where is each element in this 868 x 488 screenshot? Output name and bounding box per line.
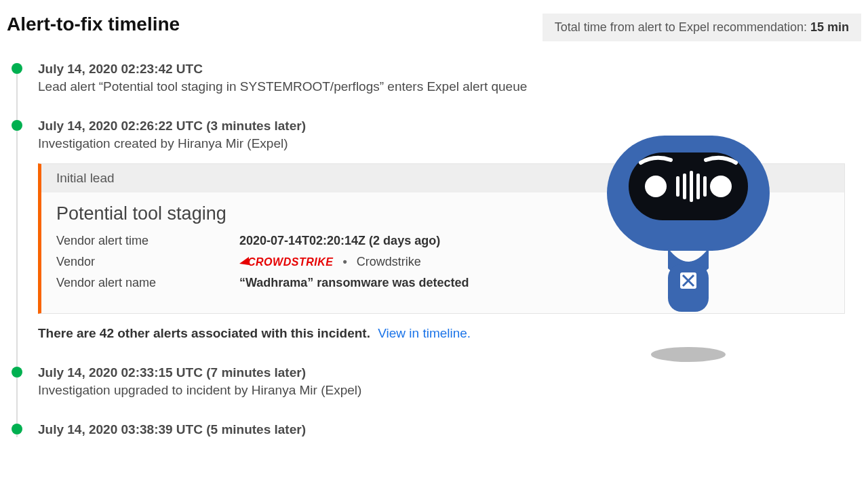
robot-mascot-icon: [600, 129, 776, 375]
timeline-timestamp: July 14, 2020 03:38:39 UTC (5 minutes la…: [38, 422, 868, 437]
svg-rect-5: [683, 174, 686, 199]
kv-value: “Wadhrama” ransomware was detected: [239, 276, 469, 290]
svg-rect-7: [696, 174, 700, 199]
robot-shadow-icon: [651, 347, 726, 362]
timeline-dot-icon: [12, 424, 22, 434]
kv-label: Vendor: [56, 255, 239, 269]
timestamp-text: July 14, 2020 02:33:15 UTC: [38, 365, 203, 380]
total-time-banner: Total time from alert to Expel recommend…: [542, 14, 861, 41]
kv-value: 2020-07-14T02:20:14Z (2 days ago): [239, 234, 440, 248]
svg-point-2: [645, 176, 667, 197]
svg-rect-8: [703, 176, 707, 197]
crowdstrike-logo-icon: CROWDSTRIKE: [239, 256, 333, 268]
timeline-item: July 14, 2020 02:23:42 UTC Lead alert “P…: [8, 62, 868, 94]
timeline-description: Investigation upgraded to incident by Hi…: [38, 383, 868, 398]
timeline-item: July 14, 2020 03:38:39 UTC (5 minutes la…: [8, 422, 868, 437]
kv-label: Vendor alert time: [56, 234, 239, 248]
timeline-timestamp: July 14, 2020 02:23:42 UTC: [38, 62, 868, 77]
timeline-dot-icon: [12, 63, 22, 74]
timestamp-text: July 14, 2020 02:23:42 UTC: [38, 62, 203, 76]
total-time-label: Total time from alert to Expel recommend…: [555, 20, 810, 34]
associated-alerts-text: There are 42 other alerts associated wit…: [38, 326, 370, 340]
timeline-dot-icon: [12, 367, 22, 378]
timestamp-text: July 14, 2020 03:38:39 UTC: [38, 422, 203, 436]
svg-rect-6: [690, 171, 693, 202]
timestamp-delta: (7 minutes later): [206, 365, 306, 380]
svg-point-3: [710, 176, 732, 197]
view-in-timeline-link[interactable]: View in timeline.: [378, 326, 471, 340]
total-time-value: 15 min: [810, 20, 849, 34]
timeline-description: Lead alert “Potential tool staging in SY…: [38, 79, 868, 94]
vendor-name: Crowdstrike: [357, 255, 421, 269]
page-title: Alert-to-fix timeline: [7, 14, 180, 35]
crowdstrike-logo-text: CROWDSTRIKE: [248, 256, 333, 268]
kv-value: CROWDSTRIKE • Crowdstrike: [239, 255, 421, 269]
kv-label: Vendor alert name: [56, 276, 239, 290]
timestamp-text: July 14, 2020 02:26:22 UTC: [38, 119, 203, 133]
timestamp-delta: (5 minutes later): [206, 422, 306, 436]
separator-icon: •: [342, 255, 347, 269]
svg-rect-4: [676, 176, 679, 197]
timestamp-delta: (3 minutes later): [206, 119, 306, 133]
timeline-dot-icon: [12, 120, 22, 131]
